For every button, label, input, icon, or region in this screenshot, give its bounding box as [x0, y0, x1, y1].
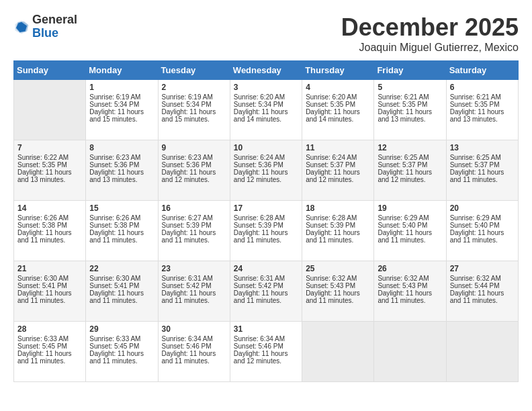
- sunrise-text: Sunrise: 6:21 AM: [450, 93, 515, 101]
- calendar-cell: 7Sunrise: 6:22 AMSunset: 5:35 PMDaylight…: [14, 140, 86, 201]
- calendar-cell: 4Sunrise: 6:20 AMSunset: 5:35 PMDaylight…: [302, 80, 374, 140]
- day-number: 3: [234, 83, 298, 92]
- calendar-cell: 16Sunrise: 6:27 AMSunset: 5:39 PMDayligh…: [158, 201, 230, 261]
- daylight-text: Daylight: 11 hours and 11 minutes.: [378, 289, 442, 304]
- sunset-text: Sunset: 5:34 PM: [162, 101, 226, 108]
- calendar-cell: 6Sunrise: 6:21 AMSunset: 5:35 PMDaylight…: [446, 80, 518, 140]
- calendar-cell: [302, 322, 374, 382]
- sunset-text: Sunset: 5:35 PM: [450, 101, 515, 108]
- day-number: 23: [162, 264, 226, 273]
- sunset-text: Sunset: 5:43 PM: [378, 282, 442, 289]
- logo-text: General Blue: [32, 13, 77, 40]
- daylight-text: Daylight: 11 hours and 11 minutes.: [450, 289, 515, 304]
- calendar-cell: 21Sunrise: 6:30 AMSunset: 5:41 PMDayligh…: [14, 261, 86, 322]
- sunset-text: Sunset: 5:38 PM: [89, 222, 154, 229]
- header-wednesday: Wednesday: [230, 61, 302, 80]
- calendar-cell: 22Sunrise: 6:30 AMSunset: 5:41 PMDayligh…: [86, 261, 158, 322]
- week-row-1: 1Sunrise: 6:19 AMSunset: 5:34 PMDaylight…: [14, 80, 519, 140]
- sunset-text: Sunset: 5:41 PM: [17, 282, 82, 289]
- header-sunday: Sunday: [14, 61, 86, 80]
- sunset-text: Sunset: 5:39 PM: [306, 222, 370, 229]
- daylight-text: Daylight: 11 hours and 11 minutes.: [89, 350, 154, 365]
- logo-icon: [13, 19, 30, 35]
- calendar-cell: 11Sunrise: 6:24 AMSunset: 5:37 PMDayligh…: [302, 140, 374, 201]
- sunset-text: Sunset: 5:39 PM: [234, 222, 298, 229]
- sunset-text: Sunset: 5:36 PM: [234, 161, 298, 169]
- calendar-table: SundayMondayTuesdayWednesdayThursdayFrid…: [13, 60, 519, 382]
- sunrise-text: Sunrise: 6:24 AM: [234, 154, 298, 161]
- daylight-text: Daylight: 11 hours and 13 minutes.: [378, 108, 442, 123]
- calendar-cell: 24Sunrise: 6:31 AMSunset: 5:42 PMDayligh…: [230, 261, 302, 322]
- daylight-text: Daylight: 11 hours and 11 minutes.: [378, 229, 442, 244]
- sunrise-text: Sunrise: 6:32 AM: [306, 275, 370, 282]
- sunrise-text: Sunrise: 6:30 AM: [89, 275, 154, 282]
- day-number: 12: [378, 143, 442, 152]
- day-number: 24: [234, 264, 298, 273]
- sunrise-text: Sunrise: 6:31 AM: [234, 275, 298, 282]
- daylight-text: Daylight: 11 hours and 13 minutes.: [89, 169, 154, 183]
- sunrise-text: Sunrise: 6:32 AM: [378, 275, 442, 282]
- sunrise-text: Sunrise: 6:23 AM: [162, 154, 226, 161]
- sunset-text: Sunset: 5:36 PM: [89, 161, 154, 169]
- sunrise-text: Sunrise: 6:19 AM: [162, 93, 226, 101]
- calendar-cell: 27Sunrise: 6:32 AMSunset: 5:44 PMDayligh…: [446, 261, 518, 322]
- sunrise-text: Sunrise: 6:26 AM: [89, 214, 154, 222]
- daylight-text: Daylight: 11 hours and 15 minutes.: [89, 108, 154, 123]
- calendar-cell: 9Sunrise: 6:23 AMSunset: 5:36 PMDaylight…: [158, 140, 230, 201]
- calendar-cell: 23Sunrise: 6:31 AMSunset: 5:42 PMDayligh…: [158, 261, 230, 322]
- day-number: 5: [378, 83, 442, 92]
- sunrise-text: Sunrise: 6:25 AM: [450, 154, 515, 161]
- sunset-text: Sunset: 5:46 PM: [162, 342, 226, 350]
- calendar-cell: 2Sunrise: 6:19 AMSunset: 5:34 PMDaylight…: [158, 80, 230, 140]
- sunset-text: Sunset: 5:35 PM: [378, 101, 442, 108]
- sunrise-text: Sunrise: 6:25 AM: [378, 154, 442, 161]
- sunrise-text: Sunrise: 6:21 AM: [378, 93, 442, 101]
- sunset-text: Sunset: 5:35 PM: [17, 161, 82, 169]
- calendar-cell: 8Sunrise: 6:23 AMSunset: 5:36 PMDaylight…: [86, 140, 158, 201]
- daylight-text: Daylight: 11 hours and 11 minutes.: [450, 229, 515, 244]
- daylight-text: Daylight: 11 hours and 11 minutes.: [162, 229, 226, 244]
- header-saturday: Saturday: [446, 61, 518, 80]
- day-number: 13: [450, 143, 515, 152]
- sunset-text: Sunset: 5:39 PM: [162, 222, 226, 229]
- sunset-text: Sunset: 5:36 PM: [162, 161, 226, 169]
- week-row-4: 21Sunrise: 6:30 AMSunset: 5:41 PMDayligh…: [14, 261, 519, 322]
- day-number: 1: [89, 83, 154, 92]
- daylight-text: Daylight: 11 hours and 12 minutes.: [306, 169, 370, 183]
- sunrise-text: Sunrise: 6:26 AM: [17, 214, 82, 222]
- sunset-text: Sunset: 5:42 PM: [162, 282, 226, 289]
- day-number: 2: [162, 83, 226, 92]
- sunset-text: Sunset: 5:42 PM: [234, 282, 298, 289]
- daylight-text: Daylight: 11 hours and 11 minutes.: [162, 350, 226, 365]
- sunset-text: Sunset: 5:37 PM: [306, 161, 370, 169]
- day-number: 6: [450, 83, 515, 92]
- day-number: 21: [17, 264, 82, 273]
- daylight-text: Daylight: 11 hours and 11 minutes.: [234, 229, 298, 244]
- sunrise-text: Sunrise: 6:29 AM: [378, 214, 442, 222]
- daylight-text: Daylight: 11 hours and 11 minutes.: [17, 289, 82, 304]
- day-number: 17: [234, 203, 298, 213]
- daylight-text: Daylight: 11 hours and 12 minutes.: [234, 169, 298, 183]
- sunset-text: Sunset: 5:37 PM: [450, 161, 515, 169]
- page-header: General Blue December 2025 Joaquin Migue…: [13, 13, 519, 54]
- sunrise-text: Sunrise: 6:34 AM: [162, 335, 226, 342]
- calendar-cell: 29Sunrise: 6:33 AMSunset: 5:45 PMDayligh…: [86, 322, 158, 382]
- daylight-text: Daylight: 11 hours and 11 minutes.: [306, 229, 370, 244]
- calendar-cell: 30Sunrise: 6:34 AMSunset: 5:46 PMDayligh…: [158, 322, 230, 382]
- day-number: 30: [162, 324, 226, 334]
- sunset-text: Sunset: 5:34 PM: [89, 101, 154, 108]
- sunset-text: Sunset: 5:40 PM: [450, 222, 515, 229]
- day-number: 15: [89, 203, 154, 213]
- sunrise-text: Sunrise: 6:32 AM: [450, 275, 515, 282]
- day-number: 4: [306, 83, 370, 92]
- day-number: 25: [306, 264, 370, 273]
- calendar-cell: 20Sunrise: 6:29 AMSunset: 5:40 PMDayligh…: [446, 201, 518, 261]
- sunrise-text: Sunrise: 6:28 AM: [306, 214, 370, 222]
- daylight-text: Daylight: 11 hours and 12 minutes.: [234, 350, 298, 365]
- sunrise-text: Sunrise: 6:24 AM: [306, 154, 370, 161]
- sunset-text: Sunset: 5:45 PM: [89, 342, 154, 350]
- daylight-text: Daylight: 11 hours and 11 minutes.: [306, 289, 370, 304]
- day-number: 19: [378, 203, 442, 213]
- calendar-cell: 5Sunrise: 6:21 AMSunset: 5:35 PMDaylight…: [374, 80, 446, 140]
- daylight-text: Daylight: 11 hours and 11 minutes.: [234, 289, 298, 304]
